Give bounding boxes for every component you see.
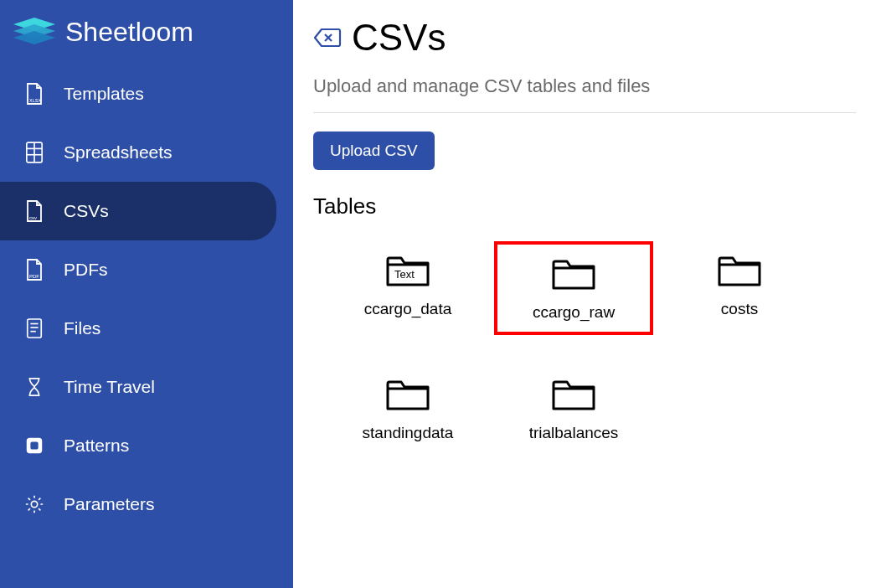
- spreadsheet-icon: [23, 142, 45, 163]
- table-label: trialbalances: [529, 424, 619, 442]
- pdf-file-icon: PDF: [23, 259, 45, 281]
- svg-text:csv: csv: [29, 215, 37, 220]
- table-item-ccargo-raw[interactable]: ccargo_raw: [494, 241, 653, 335]
- svg-text:XLSX: XLSX: [29, 98, 41, 103]
- brand: Sheetloom: [0, 8, 293, 64]
- csv-file-icon: csv: [23, 200, 45, 222]
- folder-icon: [550, 375, 597, 412]
- sidebar-item-label: Files: [64, 318, 100, 338]
- sidebar-item-label: Parameters: [64, 494, 155, 514]
- divider: [313, 112, 856, 113]
- svg-text:Text: Text: [394, 268, 415, 281]
- table-item-trialbalances[interactable]: trialbalances: [494, 365, 653, 452]
- table-item-costs[interactable]: costs: [660, 241, 819, 335]
- sidebar-item-label: CSVs: [64, 201, 109, 221]
- folder-icon: [550, 255, 597, 291]
- sidebar-item-templates[interactable]: XLSX Templates: [0, 64, 293, 123]
- sidebar-item-label: PDFs: [64, 260, 108, 280]
- nav: XLSX Templates Spreadsheets: [0, 64, 293, 534]
- brand-name: Sheetloom: [65, 17, 193, 48]
- page-subtitle: Upload and manage CSV tables and files: [313, 75, 856, 97]
- sidebar-item-label: Patterns: [64, 436, 129, 456]
- table-label: standingdata: [363, 424, 454, 442]
- page-header: CSVs: [313, 17, 856, 59]
- svg-point-16: [31, 501, 37, 507]
- folder-icon: [716, 251, 763, 288]
- svg-rect-10: [28, 319, 42, 338]
- sidebar: Sheetloom XLSX Templates: [0, 0, 293, 588]
- table-item-standingdata[interactable]: standingdata: [328, 365, 487, 452]
- upload-csv-button[interactable]: Upload CSV: [313, 132, 435, 170]
- folder-icon: [384, 375, 431, 412]
- file-icon: [23, 317, 45, 339]
- table-item-ccargo-data[interactable]: Text ccargo_data: [328, 241, 487, 335]
- sidebar-item-time-travel[interactable]: Time Travel: [0, 358, 293, 416]
- hourglass-icon: [23, 376, 45, 398]
- brand-logo-icon: [13, 18, 55, 48]
- sidebar-item-label: Time Travel: [64, 377, 155, 397]
- main-content: CSVs Upload and manage CSV tables and fi…: [293, 0, 886, 588]
- table-label: ccargo_raw: [533, 303, 615, 322]
- folder-text-icon: Text: [384, 251, 431, 288]
- sidebar-item-pdfs[interactable]: PDF PDFs: [0, 240, 293, 299]
- svg-marker-2: [13, 31, 55, 44]
- sidebar-item-csvs[interactable]: csv CSVs: [0, 182, 276, 240]
- sidebar-item-files[interactable]: Files: [0, 299, 293, 358]
- sidebar-item-spreadsheets[interactable]: Spreadsheets: [0, 123, 293, 182]
- page-title: CSVs: [352, 17, 446, 59]
- table-label: costs: [721, 300, 758, 318]
- tables-grid: Text ccargo_data ccargo_raw costs: [328, 241, 856, 452]
- tables-section-title: Tables: [313, 193, 856, 219]
- table-label: ccargo_data: [364, 300, 452, 318]
- gear-icon: [23, 493, 45, 515]
- sidebar-item-label: Templates: [64, 84, 144, 104]
- svg-text:PDF: PDF: [29, 274, 39, 279]
- sidebar-item-parameters[interactable]: Parameters: [0, 475, 293, 534]
- svg-rect-15: [30, 441, 38, 449]
- back-button[interactable]: [313, 26, 342, 49]
- patterns-icon: [23, 435, 45, 456]
- sidebar-item-label: Spreadsheets: [64, 142, 173, 162]
- xlsx-file-icon: XLSX: [23, 83, 45, 105]
- sidebar-item-patterns[interactable]: Patterns: [0, 416, 293, 475]
